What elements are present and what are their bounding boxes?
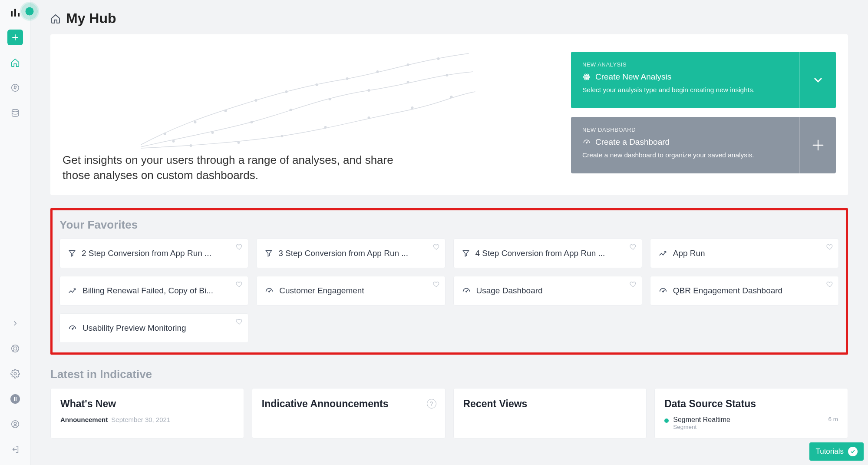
svg-rect-9 xyxy=(14,397,15,401)
svg-point-34 xyxy=(324,126,327,129)
svg-rect-0 xyxy=(11,11,13,17)
svg-point-21 xyxy=(407,63,409,66)
trend-icon xyxy=(658,249,668,258)
heart-icon[interactable] xyxy=(236,281,243,288)
check-circle-icon xyxy=(848,447,858,456)
heart-icon[interactable] xyxy=(433,243,440,250)
gauge-icon xyxy=(264,286,274,296)
svg-point-16 xyxy=(255,99,257,102)
heart-icon[interactable] xyxy=(433,281,440,288)
datasource-provider: Segment xyxy=(673,424,824,430)
favorite-card[interactable]: Customer Engagement xyxy=(256,276,445,306)
svg-point-27 xyxy=(329,98,331,100)
svg-point-4 xyxy=(12,110,18,112)
nav-expand-icon[interactable] xyxy=(7,316,23,331)
svg-point-37 xyxy=(450,96,453,98)
heart-icon[interactable] xyxy=(630,243,637,250)
favorite-card[interactable]: QBR Engagement Dashboard xyxy=(650,276,839,306)
favorite-card[interactable]: Usage Dashboard xyxy=(453,276,642,306)
favorite-card[interactable]: 2 Step Conversion from App Run ... xyxy=(59,239,248,268)
nav-account-icon[interactable] xyxy=(7,416,23,432)
svg-point-33 xyxy=(281,135,284,137)
left-nav xyxy=(0,0,30,465)
svg-rect-1 xyxy=(14,9,16,17)
favorite-title: Usage Dashboard xyxy=(476,286,543,296)
svg-point-26 xyxy=(290,109,292,111)
svg-point-45 xyxy=(663,291,663,292)
cta-add-icon[interactable] xyxy=(799,117,836,173)
favorite-card[interactable]: 3 Step Conversion from App Run ... xyxy=(256,239,445,268)
favorite-title: 3 Step Conversion from App Run ... xyxy=(278,249,408,258)
svg-point-24 xyxy=(211,131,214,134)
announcement-item[interactable]: Announcement September 30, 2021 xyxy=(60,416,234,423)
svg-point-12 xyxy=(14,422,17,425)
heart-icon[interactable] xyxy=(826,281,833,288)
cta-eyebrow: NEW ANALYSIS xyxy=(582,61,788,68)
favorites-highlight-frame: Your Favorites 2 Step Conversion from Ap… xyxy=(50,208,848,355)
datasource-name: Segment Realtime xyxy=(673,416,824,424)
cta-new-analysis[interactable]: NEW ANALYSIS Create New Analysis Select … xyxy=(571,52,836,108)
favorites-section: Your Favorites 2 Step Conversion from Ap… xyxy=(50,208,848,355)
hero-chart-placeholder xyxy=(63,45,554,149)
datasource-row[interactable]: Segment Realtime Segment 6 m xyxy=(664,416,838,430)
svg-point-6 xyxy=(13,347,17,350)
favorite-title: Billing Renewal Failed, Copy of Bi... xyxy=(83,286,213,296)
funnel-icon xyxy=(264,249,273,258)
favorite-card[interactable]: Usability Preview Monitoring xyxy=(59,313,248,343)
cta-subtitle: Create a new dashboard to organize your … xyxy=(582,151,788,159)
svg-point-17 xyxy=(285,90,288,93)
page-title-row: My Hub xyxy=(50,10,848,27)
heart-icon[interactable] xyxy=(630,281,637,288)
cta-new-dashboard[interactable]: NEW DASHBOARD Create a Dashboard Create … xyxy=(571,117,836,173)
cta-title-text: Create a Dashboard xyxy=(595,137,670,147)
svg-point-31 xyxy=(190,144,192,147)
favorite-title: Customer Engagement xyxy=(279,286,364,296)
svg-point-42 xyxy=(586,143,587,143)
datasource-age: 6 m xyxy=(828,416,838,422)
gauge-icon xyxy=(462,286,471,296)
nav-data-icon[interactable] xyxy=(7,105,23,121)
latest-heading: Latest in Indicative xyxy=(50,368,848,381)
svg-point-14 xyxy=(194,121,197,123)
svg-point-28 xyxy=(368,89,370,92)
nav-settings-icon[interactable] xyxy=(7,366,23,382)
cta-subtitle: Select your analysis type and begin crea… xyxy=(582,86,788,94)
nav-home-icon[interactable] xyxy=(7,55,23,70)
heart-icon[interactable] xyxy=(236,318,243,325)
nav-support-icon[interactable] xyxy=(7,341,23,356)
nav-pause-icon[interactable] xyxy=(7,391,23,407)
svg-point-35 xyxy=(368,116,370,119)
panel-title: Data Source Status xyxy=(664,398,838,410)
help-icon[interactable]: ? xyxy=(427,399,436,409)
page-title: My Hub xyxy=(66,10,116,27)
atom-icon xyxy=(582,73,591,81)
heart-icon[interactable] xyxy=(236,243,243,250)
nav-explore-icon[interactable] xyxy=(7,80,23,96)
heart-icon[interactable] xyxy=(826,243,833,250)
create-button[interactable] xyxy=(7,30,23,45)
favorites-heading: Your Favorites xyxy=(59,218,839,232)
svg-point-7 xyxy=(14,372,17,375)
hero-description: Get insights on your users through a ran… xyxy=(63,153,401,183)
svg-point-43 xyxy=(269,291,270,292)
gauge-icon xyxy=(582,138,591,146)
panel-whats-new: What's New Announcement September 30, 20… xyxy=(50,388,244,438)
home-icon xyxy=(50,13,61,24)
cta-expand-icon[interactable] xyxy=(799,52,836,108)
gauge-icon xyxy=(68,323,77,333)
panel-title: What's New xyxy=(60,398,234,410)
favorite-card[interactable]: 4 Step Conversion from App Run ... xyxy=(453,239,642,268)
nav-logout-icon[interactable] xyxy=(7,442,23,457)
tutorials-button[interactable]: Tutorials xyxy=(809,442,864,461)
svg-rect-2 xyxy=(18,13,20,17)
svg-point-3 xyxy=(11,84,19,92)
favorite-card[interactable]: Billing Renewal Failed, Copy of Bi... xyxy=(59,276,248,306)
trend-icon xyxy=(68,286,77,296)
svg-point-8 xyxy=(10,394,20,404)
panel-data-source-status: Data Source Status Segment Realtime Segm… xyxy=(654,388,848,438)
svg-point-38 xyxy=(586,76,587,77)
svg-point-19 xyxy=(346,77,349,80)
svg-point-22 xyxy=(437,57,440,60)
favorite-card[interactable]: App Run xyxy=(650,239,839,268)
cta-eyebrow: NEW DASHBOARD xyxy=(582,126,788,133)
